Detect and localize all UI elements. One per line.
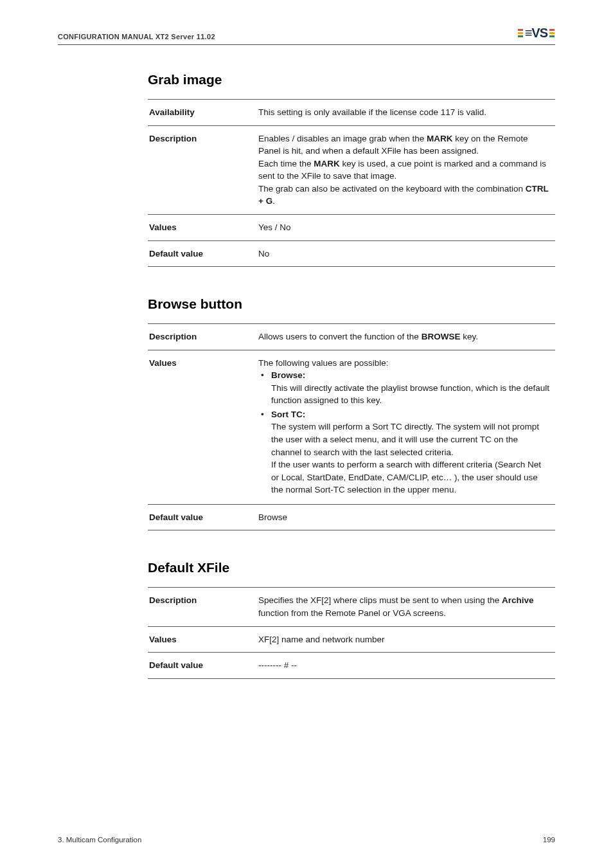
row-label: Values <box>148 626 257 653</box>
row-label: Availability <box>148 100 257 126</box>
row-value: Enables / disables an image grab when th… <box>257 125 555 214</box>
table-row: Availability This setting is only availa… <box>148 100 555 126</box>
heading-browse-button: Browse button <box>148 296 555 312</box>
row-value: XF[2] name and network number <box>257 626 555 653</box>
row-label: Default value <box>148 653 257 679</box>
evs-logo: ≡VS <box>515 26 555 41</box>
table-row: Description Allows users to convert the … <box>148 324 555 350</box>
row-label: Default value <box>148 240 257 267</box>
logo-stripes-right <box>549 29 555 37</box>
table-grab-image: Availability This setting is only availa… <box>148 99 555 267</box>
heading-default-xfile: Default XFile <box>148 560 555 575</box>
row-value: Browse <box>257 504 555 530</box>
row-value: The following values are possible: Brows… <box>257 350 555 504</box>
table-browse-button: Description Allows users to convert the … <box>148 323 555 530</box>
heading-grab-image: Grab image <box>148 72 555 87</box>
logo-text: ≡VS <box>525 26 547 41</box>
row-label: Description <box>148 588 257 626</box>
row-value: -------- # -- <box>257 653 555 679</box>
row-label: Description <box>148 125 257 214</box>
row-value: This setting is only available if the li… <box>257 100 555 126</box>
section-default-xfile: Default XFile Description Specifies the … <box>148 560 555 678</box>
header-bar: CONFIGURATION MANUAL XT2 Server 11.02 ≡V… <box>58 26 555 45</box>
table-row: Default value -------- # -- <box>148 653 555 679</box>
table-row: Values Yes / No <box>148 214 555 240</box>
table-default-xfile: Description Specifies the XF[2] where cl… <box>148 587 555 678</box>
manual-title: CONFIGURATION MANUAL XT2 Server 11.02 <box>58 33 215 41</box>
list-item: Sort TC: The system will perform a Sort … <box>258 408 550 496</box>
row-label: Description <box>148 324 257 350</box>
list-item: Browse: This will directly activate the … <box>258 369 550 407</box>
table-row: Default value Browse <box>148 504 555 530</box>
row-value: Allows users to convert the function of … <box>257 324 555 350</box>
row-value: Yes / No <box>257 214 555 240</box>
row-label: Values <box>148 214 257 240</box>
section-grab-image: Grab image Availability This setting is … <box>148 72 555 267</box>
values-list: Browse: This will directly activate the … <box>258 369 550 496</box>
table-row: Values The following values are possible… <box>148 350 555 504</box>
footer-section: 3. Multicam Configuration <box>58 836 141 844</box>
section-browse-button: Browse button Description Allows users t… <box>148 296 555 530</box>
logo-stripes-left <box>518 29 523 37</box>
row-value: Specifies the XF[2] where clips must be … <box>257 588 555 626</box>
row-label: Values <box>148 350 257 504</box>
table-row: Default value No <box>148 240 555 267</box>
table-row: Description Specifies the XF[2] where cl… <box>148 588 555 626</box>
table-row: Values XF[2] name and network number <box>148 626 555 653</box>
page-footer: 3. Multicam Configuration 199 <box>58 836 555 844</box>
footer-page-number: 199 <box>543 836 555 844</box>
row-label: Default value <box>148 504 257 530</box>
table-row: Description Enables / disables an image … <box>148 125 555 214</box>
row-value: No <box>257 240 555 267</box>
